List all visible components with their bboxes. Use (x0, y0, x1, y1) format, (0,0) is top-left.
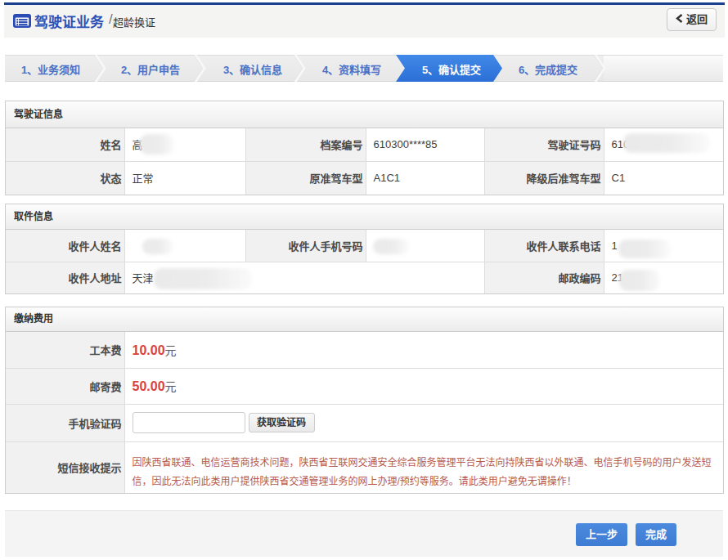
svg-text:4、资料填写: 4、资料填写 (322, 64, 381, 76)
svg-text:1、业务须知: 1、业务须知 (21, 64, 80, 76)
svg-text:6、完成提交: 6、完成提交 (519, 64, 577, 76)
svg-text:2、用户申告: 2、用户申告 (121, 64, 180, 76)
svg-text:5、确认提交: 5、确认提交 (422, 64, 481, 76)
svg-text:3、确认信息: 3、确认信息 (223, 64, 282, 76)
